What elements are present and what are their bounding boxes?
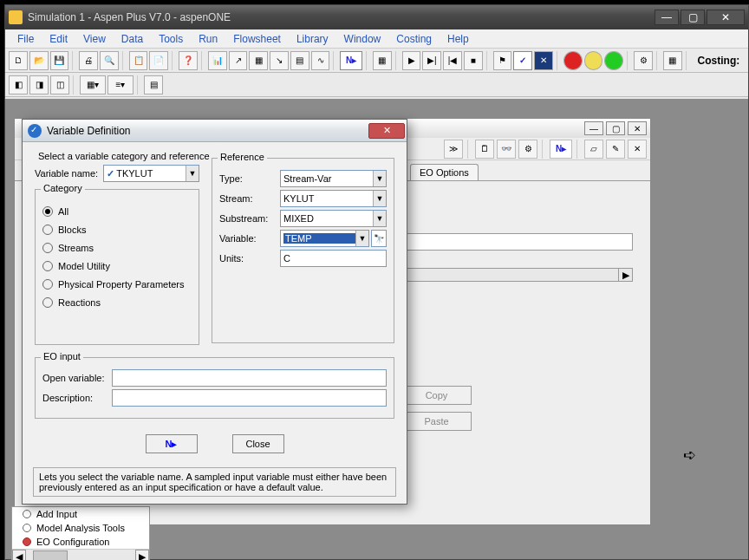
scroll-right-icon[interactable]: ▶ bbox=[135, 550, 149, 560]
close-button[interactable]: Close bbox=[232, 434, 284, 453]
radio-reactions[interactable]: Reactions bbox=[42, 297, 192, 308]
radio-all[interactable]: All bbox=[42, 206, 192, 217]
gear-icon[interactable]: ⚙ bbox=[634, 51, 653, 70]
sub-glasses-icon[interactable]: 👓 bbox=[497, 140, 516, 159]
ref-stream-combo[interactable]: KYLUT▼ bbox=[280, 190, 387, 207]
open-icon[interactable]: 📂 bbox=[29, 51, 49, 70]
dialog-close-button[interactable]: ✕ bbox=[368, 123, 405, 139]
menu-help[interactable]: Help bbox=[440, 31, 476, 47]
sub-minimize-button[interactable]: — bbox=[584, 121, 603, 135]
dropdown-arrow-icon[interactable]: ▼ bbox=[373, 211, 386, 226]
tool-b-icon[interactable]: ↗ bbox=[229, 51, 248, 70]
menu-tools[interactable]: Tools bbox=[152, 31, 190, 47]
scroll-thumb[interactable] bbox=[33, 550, 68, 560]
stop-icon[interactable]: ■ bbox=[464, 51, 483, 70]
dialog-titlebar[interactable]: Variable Definition ✕ bbox=[23, 120, 407, 142]
menu-run[interactable]: Run bbox=[192, 31, 225, 47]
reset-icon[interactable]: ▦ bbox=[373, 51, 392, 70]
dropdown-arrow-icon[interactable]: ▼ bbox=[373, 191, 386, 206]
grid-icon[interactable]: ▦ bbox=[663, 51, 682, 70]
ref-units-field[interactable]: C bbox=[280, 250, 387, 267]
paste-icon[interactable]: 📄 bbox=[149, 51, 168, 70]
copy-icon[interactable]: 📋 bbox=[129, 51, 148, 70]
sub-close-button[interactable]: ✕ bbox=[628, 121, 647, 135]
status-green-icon[interactable] bbox=[604, 51, 623, 70]
menu-window[interactable]: Window bbox=[337, 31, 388, 47]
ref-variable-combo[interactable]: TEMP▼ bbox=[280, 230, 369, 247]
menu-flowsheet[interactable]: Flowsheet bbox=[226, 31, 288, 47]
menu-data[interactable]: Data bbox=[114, 31, 150, 47]
radio-streams[interactable]: Streams bbox=[42, 243, 192, 253]
sub-next-button[interactable]: N▸ bbox=[550, 140, 572, 159]
tool-c-icon[interactable]: ▦ bbox=[249, 51, 268, 70]
tool-e-icon[interactable]: ▤ bbox=[290, 51, 309, 70]
sub-del-icon[interactable]: ✕ bbox=[628, 140, 647, 159]
variable-name-combo[interactable]: ✓TKYLUT ▼ bbox=[103, 165, 199, 182]
binoculars-icon[interactable]: 🔭 bbox=[371, 230, 387, 247]
t2-b-icon[interactable]: ◨ bbox=[29, 75, 49, 94]
next-button[interactable]: N▸ bbox=[146, 434, 198, 453]
play-icon[interactable]: ▶ bbox=[402, 51, 421, 70]
sub-nav-icon[interactable]: ≫ bbox=[444, 140, 463, 159]
tool-a-icon[interactable]: 📊 bbox=[208, 51, 227, 70]
sub-note-icon[interactable]: 🗒 bbox=[475, 140, 494, 159]
menu-library[interactable]: Library bbox=[290, 31, 335, 47]
minimize-button[interactable]: — bbox=[655, 10, 679, 25]
t2-c-icon[interactable]: ◫ bbox=[50, 75, 69, 94]
tab-eo-options[interactable]: EO Options bbox=[410, 164, 479, 180]
dropdown-arrow-icon[interactable]: ▼ bbox=[355, 231, 368, 246]
save-icon[interactable]: 💾 bbox=[50, 51, 69, 70]
scroll-right-icon[interactable]: ▶ bbox=[618, 269, 632, 281]
check-icon[interactable]: ✓ bbox=[513, 51, 532, 70]
menu-edit[interactable]: Edit bbox=[42, 31, 75, 47]
tree-item-add-input[interactable]: Add Input bbox=[12, 507, 149, 521]
menu-file[interactable]: File bbox=[10, 31, 41, 47]
ref-variable-label: Variable: bbox=[219, 233, 280, 244]
step-icon[interactable]: ▶| bbox=[422, 51, 441, 70]
scroll-left-icon[interactable]: ◀ bbox=[12, 550, 26, 560]
tree-scrollbar[interactable]: ◀ ▶ bbox=[12, 549, 149, 560]
flag-icon[interactable]: ⚑ bbox=[493, 51, 512, 70]
menu-view[interactable]: View bbox=[76, 31, 113, 47]
next-button[interactable]: N▸ bbox=[340, 51, 362, 70]
new-icon[interactable]: 🗋 bbox=[9, 51, 28, 70]
rewind-icon[interactable]: |◀ bbox=[443, 51, 462, 70]
paste-button[interactable]: Paste bbox=[402, 412, 472, 431]
description-input[interactable] bbox=[112, 389, 387, 407]
status-red-icon[interactable] bbox=[563, 51, 583, 70]
flow-arrow-icon: ➪ bbox=[683, 446, 696, 465]
radio-blocks[interactable]: Blocks bbox=[42, 225, 192, 235]
tree-item-eo-config[interactable]: EO Configuration bbox=[12, 535, 149, 549]
print-icon[interactable]: 🖨 bbox=[79, 51, 98, 70]
x-icon[interactable]: ✕ bbox=[534, 51, 553, 70]
help-icon[interactable]: ❓ bbox=[179, 51, 198, 70]
radio-model-utility[interactable]: Model Utility bbox=[42, 261, 192, 271]
t2-e-icon[interactable]: ≡▾ bbox=[107, 75, 134, 94]
maximize-button[interactable]: ▢ bbox=[681, 10, 705, 25]
preview-icon[interactable]: 🔍 bbox=[100, 51, 119, 70]
ref-type-label: Type: bbox=[219, 173, 280, 184]
sub-maximize-button[interactable]: ▢ bbox=[606, 121, 625, 135]
ref-substream-combo[interactable]: MIXED▼ bbox=[280, 210, 387, 227]
secondary-toolbar: ◧ ◨ ◫ ▦▾ ≡▾ ▤ bbox=[5, 73, 748, 97]
description-label: Description: bbox=[42, 393, 112, 403]
t2-a-icon[interactable]: ◧ bbox=[9, 75, 28, 94]
dropdown-arrow-icon[interactable]: ▼ bbox=[186, 166, 199, 181]
status-yellow-icon[interactable] bbox=[584, 51, 603, 70]
close-button[interactable]: ✕ bbox=[707, 10, 745, 25]
radio-physical-props[interactable]: Physical Property Parameters bbox=[42, 279, 192, 290]
sub-a-icon[interactable]: ▱ bbox=[584, 140, 603, 159]
t2-d-icon[interactable]: ▦▾ bbox=[80, 75, 106, 94]
copy-button[interactable]: Copy bbox=[402, 386, 472, 405]
open-variable-input[interactable] bbox=[112, 369, 387, 387]
tree-item-model-analysis[interactable]: Model Analysis Tools bbox=[12, 521, 149, 535]
main-titlebar: Simulation 1 - Aspen Plus V7.0 - aspenON… bbox=[5, 5, 748, 29]
ref-type-combo[interactable]: Stream-Var▼ bbox=[280, 170, 387, 187]
sub-tool-icon[interactable]: ⚙ bbox=[518, 140, 537, 159]
tool-d-icon[interactable]: ↘ bbox=[270, 51, 289, 70]
sub-edit-icon[interactable]: ✎ bbox=[606, 140, 625, 159]
dropdown-arrow-icon[interactable]: ▼ bbox=[373, 171, 386, 186]
tool-f-icon[interactable]: ∿ bbox=[311, 51, 330, 70]
t2-f-icon[interactable]: ▤ bbox=[144, 75, 163, 94]
menu-costing[interactable]: Costing bbox=[389, 31, 439, 47]
